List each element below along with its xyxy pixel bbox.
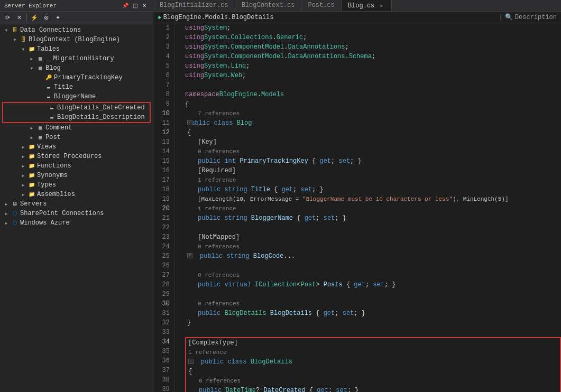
tree-item-types[interactable]: ▶ 📁 Types: [0, 180, 153, 190]
expand-icon-sharepoint[interactable]: ▶: [2, 209, 11, 218]
synonyms-icon: 📁: [27, 171, 36, 180]
tree-label-servers: Servers: [20, 200, 47, 208]
tree-item-comment[interactable]: ▶ ▦ Comment: [0, 123, 153, 133]
tab-BlogContext[interactable]: BlogContext.cs: [235, 0, 302, 11]
expand-icon-types[interactable]: ▶: [19, 181, 27, 189]
ln-27: 27: [155, 270, 170, 280]
expand-icon-blogcontext[interactable]: ▼: [11, 35, 19, 44]
spacer-bloggername: [36, 92, 44, 101]
tree-label-comment: Comment: [45, 124, 72, 132]
ln-6: 6: [155, 71, 170, 80]
tab-Post[interactable]: Post.cs: [301, 0, 341, 11]
ln-33: 33: [155, 328, 170, 337]
tab-close-Blog[interactable]: ✕: [378, 2, 385, 10]
code-line-24: public BlogDetails BlogDetails { get; se…: [185, 309, 561, 318]
stop-button[interactable]: ✕: [14, 13, 24, 23]
server-explorer-tree: ▼ 🗄 Data Connections ▼ 🗄 BlogContext (Bl…: [0, 24, 153, 392]
tree-item-migration-history[interactable]: ▶ ▦ __MigrationHistory: [0, 54, 153, 63]
tree-label-azure: Windows Azure: [20, 219, 70, 227]
code-content[interactable]: using System; using System.Collections.G…: [174, 23, 561, 392]
expand-icon-migration[interactable]: ▶: [27, 54, 36, 63]
server-explorer-panel: Server Explorer 📌 ◫ ✕ ⟳ ✕ ⚡ ⊗ ✦ ▼ 🗄 Data…: [0, 0, 153, 392]
tree-item-datecreated[interactable]: ▬ BlogDetails_DateCreated: [3, 103, 150, 113]
tree-item-title-col[interactable]: ▬ Title: [0, 82, 153, 92]
code-line-meta-1ref2: 1 reference: [185, 204, 561, 213]
tab-Blog[interactable]: Blog.cs ✕: [342, 0, 392, 11]
close-panel-button[interactable]: ✕: [140, 2, 149, 10]
code-line-key-attr: [Key]: [185, 137, 561, 147]
code-line-25: }: [185, 318, 561, 328]
ln-8: 8: [155, 90, 170, 99]
ln-30: 30: [155, 299, 170, 309]
code-line-meta-0ref3: 0 references: [185, 270, 561, 280]
ln-3: 3: [155, 42, 170, 52]
bloggername-icon: ▬: [44, 92, 53, 101]
code-line-7: [185, 80, 561, 90]
breadcrumb-icon: ◆: [158, 14, 161, 21]
code-line-5: using System.Linq;: [185, 61, 561, 71]
tab-BlogInitializer[interactable]: BlogInitializer.cs: [153, 0, 235, 11]
connect-button[interactable]: ⚡: [29, 13, 40, 23]
tree-item-servers[interactable]: ▶ 🖥 Servers: [0, 199, 153, 209]
tree-item-description[interactable]: ▬ BlogDetails_Description: [3, 113, 150, 122]
code-editor[interactable]: 1 2 3 4 5 6 7 8 9 10 11 12 13 14 15 16 1…: [153, 23, 561, 392]
expand-icon-synonyms[interactable]: ▶: [19, 171, 27, 180]
ln-15: 15: [155, 156, 170, 166]
disconnect-button[interactable]: ⊗: [41, 13, 51, 23]
tree-item-views[interactable]: ▶ 📁 Views: [0, 142, 153, 152]
dock-button[interactable]: ◫: [131, 2, 139, 10]
tree-item-sharepoint[interactable]: ▶ ⬡ SharePoint Connections: [0, 209, 153, 218]
breadcrumb-description: Description: [515, 14, 557, 21]
new-connection-button[interactable]: ✦: [52, 13, 63, 23]
datecreated-icon: ▬: [48, 104, 56, 112]
ln-7: 7: [155, 80, 170, 90]
expand-icon-assemblies[interactable]: ▶: [19, 190, 27, 199]
tree-item-data-connections[interactable]: ▼ 🗄 Data Connections: [0, 25, 153, 35]
code-line-19: + public string BlogCode...: [185, 251, 561, 261]
expand-icon-comment[interactable]: ▶: [27, 124, 36, 132]
code-line-empty-4: [185, 328, 561, 337]
tree-label-assemblies: Assemblies: [37, 191, 75, 198]
refresh-button[interactable]: ⟳: [2, 13, 13, 23]
tree-item-primary-key[interactable]: 🔑 PrimaryTrackingKey: [0, 73, 153, 82]
expand-icon-post[interactable]: ▶: [27, 133, 36, 142]
code-line-maxlength: [MaxLength(10, ErrorMessage = "BloggerNa…: [185, 194, 561, 204]
expand-icon-functions[interactable]: ▶: [19, 162, 27, 170]
expand-icon-servers[interactable]: ▶: [2, 200, 11, 208]
ln-17: 17: [155, 175, 170, 185]
tree-item-tables[interactable]: ▼ 📁 Tables: [0, 44, 153, 54]
tree-item-assemblies[interactable]: ▶ 📁 Assemblies: [0, 190, 153, 199]
spacer-title: [36, 83, 44, 91]
tree-label-bloggername: BloggerName: [54, 93, 96, 100]
tree-item-bloggername[interactable]: ▬ BloggerName: [0, 92, 153, 101]
code-line-1: using System;: [185, 23, 561, 33]
expand-icon-blog[interactable]: ▼: [27, 64, 36, 72]
functions-icon: 📁: [27, 162, 36, 170]
code-line-empty-3: [185, 290, 561, 299]
tree-item-post[interactable]: ▶ ▦ Post: [0, 133, 153, 142]
tree-item-blog-table[interactable]: ▼ ▦ Blog: [0, 63, 153, 73]
expand-icon-views[interactable]: ▶: [19, 143, 27, 151]
ln-26: 26: [155, 261, 170, 270]
code-line-notmapped: [NotMapped]: [185, 232, 561, 242]
expand-icon-tables[interactable]: ▼: [19, 45, 27, 53]
expand-icon-sp[interactable]: ▶: [19, 152, 27, 161]
servers-icon: 🖥: [11, 200, 19, 208]
ln-13: 13: [155, 137, 170, 147]
pin-button[interactable]: 📌: [121, 2, 130, 10]
tree-item-functions[interactable]: ▶ 📁 Functions: [0, 161, 153, 171]
expand-icon-data-connections[interactable]: ▼: [2, 26, 11, 34]
blogcontext-icon: 🗄: [19, 35, 27, 44]
code-line-meta-0ref-pk: 0 references: [185, 147, 561, 156]
code-line-required: [Required]: [185, 166, 561, 175]
code-line-blogdetails-class: - public class BlogDetails: [186, 357, 560, 367]
code-line-3: using System.ComponentModel.DataAnnotati…: [185, 42, 561, 52]
code-line-12: public int PrimaryTrackingKey { get; set…: [185, 156, 561, 166]
tree-item-stored-procedures[interactable]: ▶ 📁 Stored Procedures: [0, 152, 153, 161]
expand-icon-azure[interactable]: ▶: [2, 219, 11, 227]
tree-item-synonyms[interactable]: ▶ 📁 Synonyms: [0, 171, 153, 180]
spacer-datecreated: [39, 104, 48, 112]
tree-item-azure[interactable]: ▶ ⬡ Windows Azure: [0, 218, 153, 228]
ln-16: 16: [155, 166, 170, 175]
tree-item-blogcontext[interactable]: ▼ 🗄 BlogContext (BlogEngine): [0, 35, 153, 44]
